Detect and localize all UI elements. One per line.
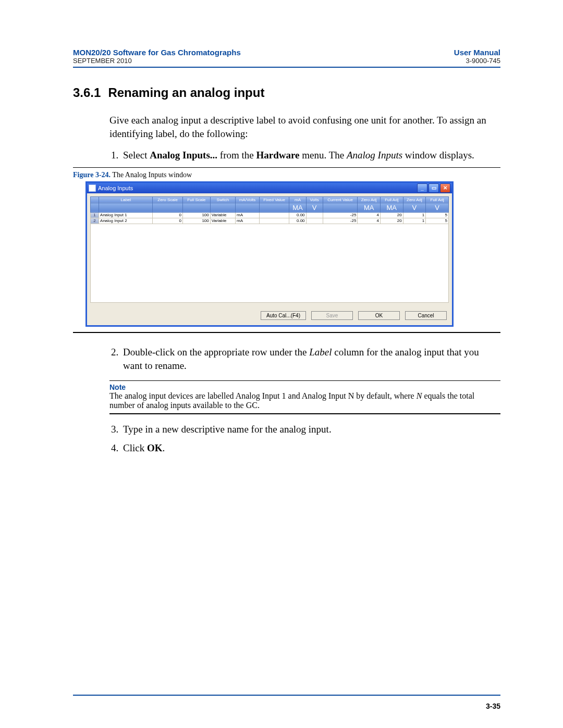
autocal-button[interactable]: Auto Cal...(F4): [261, 311, 306, 320]
note-block: Note The analog input devices are labell…: [109, 380, 500, 414]
figure-label: Figure 3-24.: [73, 171, 111, 179]
figure-rule-bottom: [73, 332, 500, 333]
window-button-row: Auto Cal...(F4) Save OK Cancel: [87, 306, 452, 325]
step-1: Select Analog Inputs... from the Hardwar…: [121, 149, 500, 162]
close-button[interactable]: ✕: [440, 183, 450, 193]
doc-number: 3-9000-745: [454, 57, 500, 65]
note-rule-top: [109, 380, 500, 381]
minimize-button[interactable]: _: [417, 183, 427, 193]
maximize-button[interactable]: ▭: [429, 183, 439, 193]
figure-text: The Analog Inputs window: [111, 171, 192, 179]
header-date: SEPTEMBER 2010: [73, 57, 241, 65]
intro-block: Give each analog input a descriptive lab…: [109, 114, 500, 140]
table-row[interactable]: 2 Analog Input 2 0 100 Variable mA 0.00 …: [91, 218, 449, 224]
table-row[interactable]: 1 Analog Input 1 0 100 Variable mA 0.00 …: [91, 212, 449, 218]
figure-caption: Figure 3-24. The Analog Inputs window: [73, 171, 500, 179]
analog-inputs-table[interactable]: Label Zero Scale Full Scale Switch mA/Vo…: [90, 196, 449, 224]
footer-rule: [73, 695, 500, 696]
figure-rule-top: [73, 167, 500, 168]
grid-empty-area[interactable]: [90, 224, 449, 303]
grid-area: Label Zero Scale Full Scale Switch mA/Vo…: [87, 193, 452, 306]
intro-text: Give each analog input a descriptive lab…: [109, 114, 500, 140]
section-title: Renaming an analog input: [108, 85, 264, 100]
cancel-button[interactable]: Cancel: [405, 311, 447, 320]
doc-type: User Manual: [454, 48, 500, 57]
ok-button[interactable]: OK: [358, 311, 400, 320]
header-left: MON20/20 Software for Gas Chromatographs…: [73, 48, 241, 65]
note-text: The analog input devices are labelled An…: [109, 391, 500, 410]
analog-inputs-window: Analog Inputs _ ▭ ✕ Label Zero Scale: [85, 181, 454, 327]
label-cell[interactable]: Analog Input 2: [99, 218, 153, 224]
label-cell[interactable]: Analog Input 1: [99, 212, 153, 218]
step-4: Click OK.: [121, 441, 500, 455]
page-header: MON20/20 Software for Gas Chromatographs…: [73, 48, 500, 68]
table-header-row: Label Zero Scale Full Scale Switch mA/Vo…: [91, 196, 449, 203]
window-title: Analog Inputs: [98, 185, 133, 191]
step-2: Double-click on the appropriate row unde…: [121, 346, 500, 372]
page: MON20/20 Software for Gas Chromatographs…: [0, 0, 563, 728]
table-subheader-row: MA V MA MA V V: [91, 203, 449, 212]
window-app-icon: [89, 184, 96, 192]
section-number: 3.6.1: [73, 85, 101, 100]
section-heading: 3.6.1Renaming an analog input: [73, 85, 500, 100]
steps-list-cont: Double-click on the appropriate row unde…: [73, 346, 500, 372]
save-button[interactable]: Save: [311, 311, 353, 320]
page-number: 3-35: [486, 702, 500, 710]
steps-list: Select Analog Inputs... from the Hardwar…: [73, 149, 500, 162]
steps-list-cont2: Type in a new descriptive name for the a…: [73, 423, 500, 454]
product-title: MON20/20 Software for Gas Chromatographs: [73, 48, 241, 57]
header-right: User Manual 3-9000-745: [454, 48, 500, 65]
window-control-buttons: _ ▭ ✕: [417, 183, 450, 193]
note-label: Note: [109, 383, 500, 391]
step-3: Type in a new descriptive name for the a…: [121, 423, 500, 436]
note-rule-bottom: [109, 413, 500, 414]
window-titlebar[interactable]: Analog Inputs _ ▭ ✕: [87, 183, 452, 193]
